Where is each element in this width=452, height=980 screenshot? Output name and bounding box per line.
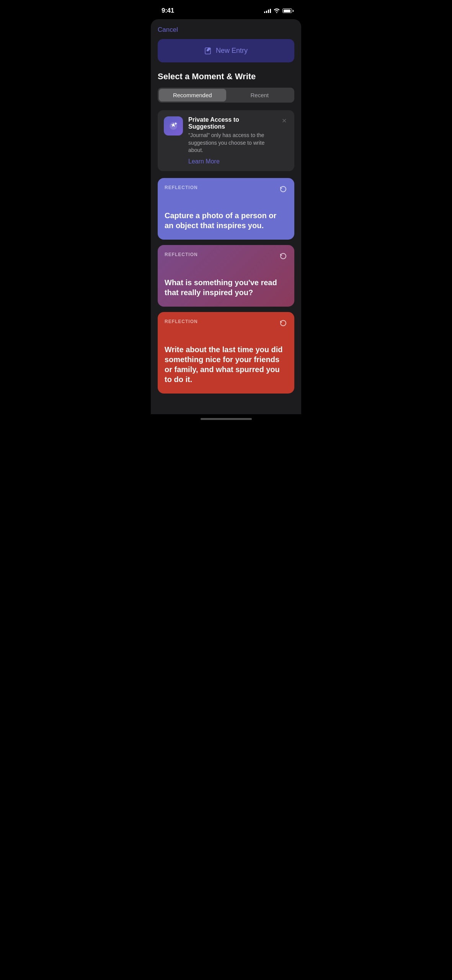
close-icon: ✕: [282, 118, 287, 124]
signal-icon: [264, 8, 271, 13]
privacy-title: Private Access to Suggestions: [188, 116, 275, 130]
edit-icon: [204, 47, 212, 55]
status-icons: [264, 8, 294, 13]
refresh-button-1[interactable]: [279, 185, 287, 195]
wifi-icon: [274, 8, 280, 13]
section-heading: Select a Moment & Write: [158, 72, 294, 82]
battery-icon: [282, 8, 294, 13]
tab-recent[interactable]: Recent: [226, 89, 294, 101]
privacy-desc: "Journal" only has access to the suggest…: [188, 132, 275, 154]
refresh-button-3[interactable]: [279, 319, 287, 329]
close-button[interactable]: ✕: [280, 116, 288, 125]
reflection-card-1[interactable]: REFLECTION Capture a photo of a person o…: [158, 178, 294, 240]
reflection-text-1: Capture a photo of a person or an object…: [165, 211, 287, 230]
main-container: Cancel New Entry Select a Moment & Write…: [151, 19, 301, 414]
reflection-card-3[interactable]: REFLECTION Write about the last time you…: [158, 312, 294, 394]
new-entry-button[interactable]: New Entry: [158, 39, 294, 62]
privacy-card: Private Access to Suggestions "Journal" …: [158, 110, 294, 171]
privacy-icon: [164, 116, 183, 136]
learn-more-link[interactable]: Learn More: [164, 158, 288, 165]
tab-recommended[interactable]: Recommended: [159, 89, 226, 101]
cancel-button[interactable]: Cancel: [158, 19, 178, 39]
reflection-text-2: What is something you've read that reall…: [165, 278, 287, 297]
home-indicator: [151, 414, 301, 422]
refresh-button-2[interactable]: [279, 252, 287, 262]
status-time: 9:41: [162, 7, 174, 15]
reflection-label-3: REFLECTION: [165, 319, 198, 324]
reflection-text-3: Write about the last time you did someth…: [165, 345, 287, 384]
segment-control: Recommended Recent: [158, 88, 294, 103]
reflection-label-1: REFLECTION: [165, 185, 198, 190]
reflection-label-2: REFLECTION: [165, 252, 198, 257]
status-bar: 9:41: [151, 0, 301, 19]
reflection-card-2[interactable]: REFLECTION What is something you've read…: [158, 245, 294, 307]
new-entry-label: New Entry: [216, 47, 248, 55]
